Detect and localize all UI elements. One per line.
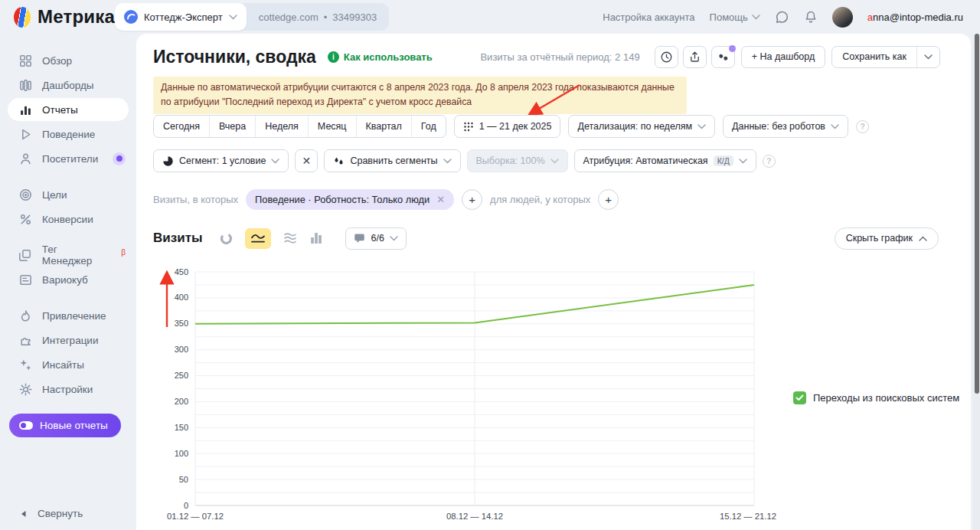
- chevron-down-icon: [443, 159, 452, 164]
- svg-text:15.12 — 21.12: 15.12 — 21.12: [720, 512, 776, 521]
- sidebar-item-attraction[interactable]: Привлечение: [0, 303, 136, 328]
- add-people-filter-button[interactable]: +: [598, 189, 619, 210]
- period-tab-2[interactable]: Неделя: [255, 116, 308, 137]
- chevron-down-icon: [390, 236, 398, 241]
- history-button[interactable]: [655, 46, 678, 68]
- help-icon[interactable]: ?: [763, 155, 776, 168]
- metrics-count: 6/6: [371, 233, 384, 244]
- add-to-dashboard-button[interactable]: + На дашборд: [741, 46, 826, 68]
- segment-dropdown[interactable]: Сегмент: 1 условие: [153, 149, 289, 172]
- period-tab-4[interactable]: Квартал: [356, 116, 411, 137]
- save-as-button[interactable]: Сохранить как: [831, 46, 940, 68]
- sidebar-item-goals[interactable]: Цели: [0, 182, 136, 207]
- hide-chart-button[interactable]: Скрыть график: [835, 227, 939, 250]
- topbar-right: Настройка аккаунта Помощь anna@intop-med…: [603, 7, 963, 28]
- collapse-sidebar-button[interactable]: Свернуть: [20, 508, 83, 519]
- add-visit-filter-button[interactable]: +: [462, 189, 482, 210]
- attribution-label: Атрибуция: Автоматическая: [583, 155, 708, 166]
- sidebar-item-integrations[interactable]: Интеграции: [0, 328, 136, 352]
- new-reports-button[interactable]: Новые отчеты: [9, 414, 121, 437]
- help-menu[interactable]: Помощь: [710, 11, 760, 23]
- dashboards-icon: [18, 79, 32, 92]
- filter-row: Визиты, в которых Поведение · Роботность…: [153, 189, 619, 210]
- legend-item[interactable]: Переходы из поисковых систем: [793, 391, 959, 404]
- visits-line-chart[interactable]: 050100150200250300350400450 01.12 — 07.1…: [145, 259, 781, 527]
- sidebar-item-label: Тег Менеджер: [42, 244, 109, 267]
- scrollbar-thumb[interactable]: [975, 34, 979, 394]
- flame-icon: [18, 309, 32, 322]
- sidebar-item-label: Поведение: [42, 129, 95, 140]
- svg-text:100: 100: [175, 449, 188, 458]
- svg-text:250: 250: [175, 371, 188, 380]
- data-mode-label: Данные: без роботов: [732, 121, 825, 132]
- sidebar-item-label: Настройки: [42, 384, 93, 395]
- sidebar: ОбзорДашбордыОтчетыПоведениеПосетителиЦе…: [0, 34, 136, 530]
- pie-chart-icon[interactable]: [219, 231, 234, 246]
- segment-label: Сегмент: 1 условие: [179, 155, 266, 166]
- export-button[interactable]: [683, 46, 707, 68]
- data-mode-dropdown[interactable]: Данные: без роботов: [723, 115, 848, 138]
- chip-close-icon[interactable]: ✕: [436, 194, 445, 205]
- counter-domain: cottedge.com: [259, 11, 318, 23]
- sidebar-item-behavior[interactable]: Поведение: [0, 122, 136, 146]
- app-logo: Метрика: [14, 6, 115, 28]
- period-tab-3[interactable]: Месяц: [308, 116, 356, 137]
- sampling-dropdown: Выборка: 100%: [467, 149, 568, 172]
- help-icon[interactable]: ?: [856, 120, 869, 133]
- period-tab-5[interactable]: Год: [411, 116, 446, 137]
- chart-type-switcher: 6/6: [219, 227, 406, 250]
- counter-switcher: Коттедж-Эксперт cottedge.com • 33499303: [115, 3, 389, 31]
- sidebar-item-variocube[interactable]: Вариокуб: [0, 267, 136, 292]
- avatar[interactable]: [832, 7, 853, 28]
- detail-dropdown[interactable]: Детализация: по неделям: [568, 115, 715, 138]
- filter-chip[interactable]: Поведение · Роботность: Только люди ✕: [246, 189, 454, 210]
- sidebar-item-visitors[interactable]: Посетители: [0, 146, 136, 171]
- user-email[interactable]: anna@intop-media.ru: [867, 11, 963, 23]
- detail-label: Детализация: по неделям: [577, 121, 692, 132]
- chart-header: Визиты 6/6: [153, 227, 939, 250]
- sidebar-item-conversions[interactable]: Конверсии: [0, 207, 136, 231]
- svg-text:08.12 — 14.12: 08.12 — 14.12: [446, 512, 503, 521]
- sidebar-item-dashboards[interactable]: Дашборды: [0, 73, 136, 97]
- sidebar-item-label: Посетители: [42, 153, 98, 165]
- account-settings-link[interactable]: Настройка аккаунта: [603, 11, 694, 23]
- svg-text:400: 400: [175, 293, 188, 302]
- hide-chart-label: Скрыть график: [846, 233, 913, 244]
- save-as-dropdown[interactable]: [916, 47, 939, 67]
- chat-icon[interactable]: [775, 10, 789, 25]
- line-chart-icon-active[interactable]: [245, 228, 271, 249]
- grid-icon: [18, 54, 32, 67]
- visits-in-label: Визиты, в которых: [153, 194, 238, 205]
- sidebar-item-reports[interactable]: Отчеты: [8, 98, 129, 121]
- filter-chip-label: Поведение · Роботность: Только люди: [255, 194, 430, 205]
- how-to-use-link[interactable]: i Как использовать: [328, 51, 433, 63]
- chevron-up-icon: [919, 236, 927, 241]
- attribution-dropdown[interactable]: Атрибуция: Автоматическая К/Д: [574, 149, 756, 172]
- counter-separator: •: [324, 11, 328, 23]
- compare-segments-dropdown[interactable]: Сравнить сегменты: [324, 149, 460, 172]
- metrics-dropdown[interactable]: 6/6: [345, 227, 406, 250]
- counter-selector[interactable]: Коттедж-Эксперт: [115, 3, 247, 31]
- period-tab-0[interactable]: Сегодня: [154, 116, 209, 137]
- chart-svg[interactable]: 050100150200250300350400450 01.12 — 07.1…: [145, 259, 781, 527]
- for-people-label: для людей, у которых: [490, 194, 590, 205]
- remove-segment-button[interactable]: ✕: [295, 149, 318, 172]
- period-tab-1[interactable]: Вчера: [209, 116, 255, 137]
- sidebar-item-tag-manager[interactable]: Тег Менеджерβ: [0, 243, 136, 267]
- comments-button[interactable]: [711, 46, 735, 68]
- bell-icon[interactable]: [804, 10, 818, 25]
- pie-segment-icon: [162, 155, 174, 167]
- columns-chart-icon[interactable]: [309, 231, 323, 245]
- stacked-area-icon[interactable]: [283, 231, 298, 245]
- sidebar-item-overview[interactable]: Обзор: [0, 48, 136, 73]
- speech-bubble-icon: [354, 233, 365, 244]
- sidebar-item-insights[interactable]: Инсайты: [0, 352, 136, 377]
- sidebar-item-settings[interactable]: Настройки: [0, 377, 136, 401]
- save-as-label[interactable]: Сохранить как: [832, 51, 916, 62]
- legend-checkbox[interactable]: [793, 391, 806, 404]
- variocube-icon: [18, 273, 32, 286]
- date-range-button[interactable]: 1 — 21 дек 2025: [454, 115, 561, 138]
- notification-dot: [729, 45, 736, 52]
- svg-text:01.12 — 07.12: 01.12 — 07.12: [167, 512, 224, 521]
- svg-text:50: 50: [179, 475, 188, 484]
